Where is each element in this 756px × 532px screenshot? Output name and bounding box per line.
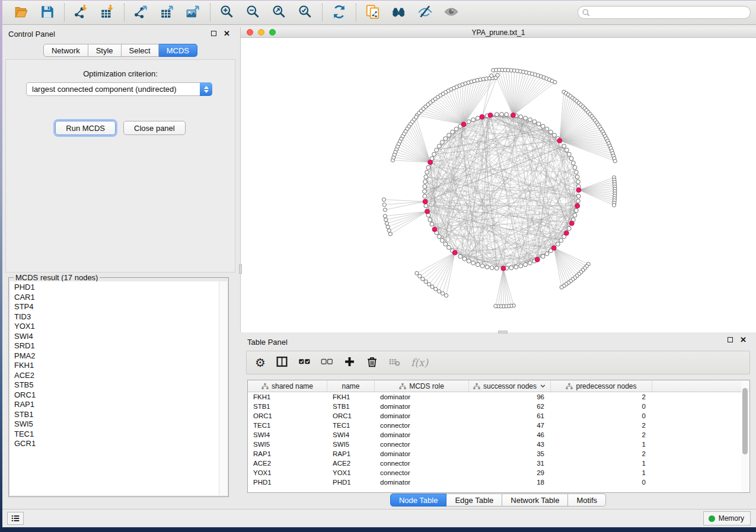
float-panel-icon[interactable]: [728, 337, 733, 342]
node-table: shared namenameMCDS rolesuccessor nodesp…: [247, 380, 750, 493]
cell-predecessor-nodes: 1: [551, 441, 652, 448]
result-node-item[interactable]: ACE2: [14, 371, 219, 381]
search-input[interactable]: [591, 8, 750, 17]
show-all-button[interactable]: [443, 4, 460, 21]
result-scrollbar[interactable]: [219, 281, 227, 495]
memory-button[interactable]: Memory: [703, 511, 751, 525]
zoom-out-button[interactable]: [245, 4, 261, 21]
import-network-button[interactable]: [73, 4, 90, 21]
close-panel-icon[interactable]: ✕: [224, 31, 230, 36]
result-node-item[interactable]: GCR1: [14, 439, 219, 449]
table-panel-title: Table Panel: [247, 338, 288, 347]
select-all-icon: [298, 355, 311, 370]
column-label: predecessor nodes: [576, 382, 636, 390]
network-canvas[interactable]: [241, 38, 756, 332]
table-scrollbar[interactable]: [741, 381, 749, 492]
table-row[interactable]: PHD1PHD1dominator180: [248, 477, 749, 487]
table-row[interactable]: YOX1YOX1connector291: [248, 468, 749, 477]
duplicate-network-button[interactable]: [365, 4, 381, 21]
table-row[interactable]: FKH1FKH1dominator962: [248, 392, 749, 402]
table-add-button[interactable]: [343, 355, 356, 370]
cell-predecessor-nodes: 0: [551, 479, 652, 486]
result-node-item[interactable]: SWI5: [14, 419, 219, 430]
result-node-item[interactable]: STP4: [14, 302, 219, 312]
scrollbar-thumb[interactable]: [742, 388, 748, 454]
result-node-item[interactable]: ORC1: [14, 390, 219, 400]
export-table-button[interactable]: [159, 4, 176, 21]
cell-MCDS-role: dominator: [375, 393, 469, 400]
close-panel-button[interactable]: Close panel: [123, 121, 186, 135]
table-trash-button[interactable]: [366, 355, 378, 370]
mcds-buttons-row: Run MCDS Close panel: [6, 121, 235, 135]
result-node-item[interactable]: PMA2: [14, 351, 219, 361]
open-session-button[interactable]: [13, 4, 30, 21]
vertical-splitter-grip[interactable]: [239, 264, 242, 274]
table-row[interactable]: ACE2ACE2connector311: [248, 459, 749, 468]
hide-selected-button[interactable]: [417, 4, 433, 21]
result-node-item[interactable]: STB5: [14, 380, 219, 390]
table-row[interactable]: SWI4SWI4dominator462: [248, 430, 749, 440]
column-header-shared-name[interactable]: shared name: [248, 380, 327, 392]
result-node-item[interactable]: YOX1: [14, 322, 219, 332]
first-neighbors-button[interactable]: [391, 4, 407, 21]
save-session-button[interactable]: [39, 4, 56, 21]
table-select-all-button[interactable]: [298, 355, 311, 370]
mcds-result-list[interactable]: PHD1CAR1STP4TID3YOX1SWI4SRD1PMA2FKH1ACE2…: [10, 281, 219, 495]
tab-mcds[interactable]: MCDS: [159, 44, 197, 57]
close-panel-icon[interactable]: ✕: [740, 337, 747, 342]
table-gear-button[interactable]: ⚙: [255, 355, 266, 370]
tab-style[interactable]: Style: [88, 44, 122, 57]
result-node-item[interactable]: TEC1: [14, 430, 219, 440]
result-node-item[interactable]: FKH1: [14, 361, 219, 371]
result-node-item[interactable]: STB1: [14, 410, 219, 420]
cell-MCDS-role: dominator: [375, 403, 469, 410]
export-table-icon: [160, 4, 175, 21]
tab-network[interactable]: Network: [43, 44, 88, 57]
table-row[interactable]: STB1STB1dominator620: [248, 402, 749, 411]
hide-selected-icon: [417, 4, 433, 21]
result-node-item[interactable]: TID3: [14, 312, 219, 322]
result-node-item[interactable]: PHD1: [14, 283, 219, 293]
column-header-predecessor-nodes[interactable]: predecessor nodes: [551, 380, 652, 392]
cell-predecessor-nodes: 0: [551, 412, 652, 419]
zoom-selected-button[interactable]: [297, 4, 314, 21]
import-table-button[interactable]: [99, 4, 116, 21]
network-view-title: YPA_prune.txt_1: [241, 28, 756, 37]
run-mcds-button[interactable]: Run MCDS: [55, 121, 116, 135]
refresh-button[interactable]: [331, 4, 347, 21]
table-panel-tabs: Node TableEdge TableNetwork TableMotifs: [240, 493, 756, 507]
table-row[interactable]: TEC1TEC1connector472: [248, 421, 749, 430]
result-node-item[interactable]: CAR1: [14, 293, 219, 303]
result-node-item[interactable]: SRD1: [14, 341, 219, 351]
zoom-out-icon: [245, 4, 261, 21]
column-header-MCDS-role[interactable]: MCDS role: [375, 380, 469, 392]
table-columns-button[interactable]: [276, 355, 288, 370]
column-header-successor-nodes[interactable]: successor nodes: [469, 380, 551, 392]
table-deselect-all-button[interactable]: [321, 355, 333, 370]
cell-successor-nodes: 29: [469, 469, 551, 476]
tab-select[interactable]: Select: [122, 44, 159, 57]
tab-edge-table[interactable]: Edge Table: [446, 493, 502, 507]
result-node-item[interactable]: SWI4: [14, 332, 219, 342]
task-history-button[interactable]: [7, 512, 24, 525]
result-node-item[interactable]: RAP1: [14, 400, 219, 410]
table-row[interactable]: ORC1ORC1dominator610: [248, 411, 749, 421]
tab-network-table[interactable]: Network Table: [502, 493, 568, 507]
table-row[interactable]: SWI5SWI5connector431: [248, 440, 749, 449]
tab-node-table[interactable]: Node Table: [390, 493, 447, 507]
search-box[interactable]: [578, 6, 751, 19]
cell-shared-name: PHD1: [248, 479, 327, 486]
tab-motifs[interactable]: Motifs: [568, 493, 606, 507]
column-header-name[interactable]: name: [327, 380, 375, 392]
export-network-button[interactable]: [133, 4, 149, 21]
cell-MCDS-role: connector: [375, 460, 469, 467]
zoom-fit-button[interactable]: [271, 4, 288, 21]
zoom-in-button[interactable]: [219, 4, 235, 21]
float-panel-icon[interactable]: [211, 31, 216, 36]
criterion-dropdown[interactable]: largest connected component (undirected): [26, 82, 212, 96]
export-image-button[interactable]: [185, 4, 202, 21]
graph-nodes[interactable]: [382, 68, 617, 308]
table-row[interactable]: RAP1RAP1dominator352: [248, 449, 749, 459]
cell-name: ORC1: [327, 412, 375, 419]
deselect-all-icon: [321, 355, 333, 370]
